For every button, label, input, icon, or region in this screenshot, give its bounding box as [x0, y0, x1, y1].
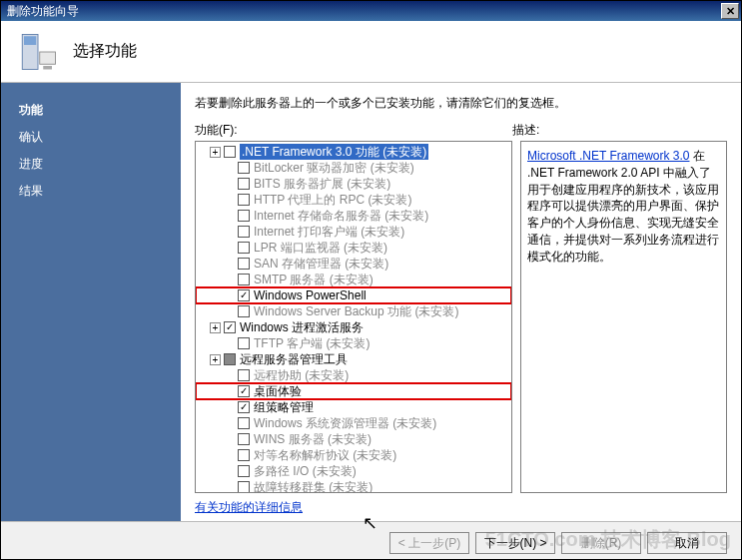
- tree-label: Windows Server Backup 功能 (未安装): [254, 303, 458, 319]
- button-bar: < 上一步(P) 下一步(N) > 删除(R) 取消: [1, 521, 741, 559]
- tree-label: BITS 服务器扩展 (未安装): [254, 176, 390, 192]
- tree-row[interactable]: Internet 打印客户端 (未安装): [196, 224, 511, 240]
- wizard-window: 删除功能向导 ✕ 选择功能 功能确认进度结果 若要删除此服务器上的一个或多个已安…: [0, 0, 742, 560]
- sidebar-step-2[interactable]: 进度: [1, 151, 181, 178]
- window-title: 删除功能向导: [7, 3, 721, 20]
- checkbox[interactable]: [238, 226, 250, 238]
- checkbox[interactable]: [238, 305, 250, 317]
- checkbox[interactable]: [224, 146, 236, 158]
- page-title: 选择功能: [73, 41, 137, 62]
- checkbox[interactable]: [238, 242, 250, 254]
- remove-button[interactable]: 删除(R): [561, 532, 641, 554]
- tree-label: TFTP 客户端 (未安装): [254, 335, 370, 351]
- tree-label: Internet 打印客户端 (未安装): [254, 224, 404, 240]
- main-pane: 若要删除此服务器上的一个或多个已安装功能，请清除它们的复选框。 功能(F): 描…: [181, 83, 741, 522]
- tree-row[interactable]: BITS 服务器扩展 (未安装): [196, 176, 511, 192]
- tree-row[interactable]: WINS 服务器 (未安装): [196, 431, 511, 447]
- tree-row[interactable]: SMTP 服务器 (未安装): [196, 272, 511, 287]
- description-label: 描述:: [512, 122, 539, 139]
- tree-label: WINS 服务器 (未安装): [254, 431, 371, 447]
- checkbox[interactable]: [238, 178, 250, 190]
- tree-label: BitLocker 驱动器加密 (未安装): [254, 160, 414, 176]
- checkbox[interactable]: [238, 194, 250, 206]
- instruction-text: 若要删除此服务器上的一个或多个已安装功能，请清除它们的复选框。: [195, 95, 727, 112]
- checkbox[interactable]: [238, 274, 250, 285]
- tree-label: 组策略管理: [254, 399, 314, 415]
- tree-label: 故障转移群集 (未安装): [254, 479, 372, 493]
- tree-row[interactable]: BitLocker 驱动器加密 (未安装): [196, 160, 511, 176]
- server-icon: [17, 31, 59, 73]
- body: 功能确认进度结果 若要删除此服务器上的一个或多个已安装功能，请清除它们的复选框。…: [1, 83, 741, 522]
- tree-label: 远程协助 (未安装): [254, 367, 349, 383]
- tree-row[interactable]: 对等名称解析协议 (未安装): [196, 447, 511, 463]
- svg-rect-1: [24, 36, 36, 45]
- expand-icon[interactable]: +: [210, 354, 221, 365]
- svg-rect-3: [43, 66, 52, 70]
- more-info-link[interactable]: 有关功能的详细信息: [195, 499, 727, 516]
- tree-label: HTTP 代理上的 RPC (未安装): [254, 192, 411, 208]
- tree-row[interactable]: 桌面体验: [196, 383, 511, 399]
- close-button[interactable]: ✕: [721, 3, 739, 19]
- tree-label: SMTP 服务器 (未安装): [254, 272, 373, 287]
- cancel-button[interactable]: 取消: [647, 532, 727, 554]
- tree-label: 远程服务器管理工具: [240, 351, 348, 367]
- description-text: 在 .NET Framework 2.0 API 中融入了用于创建应用程序的新技…: [527, 149, 719, 264]
- checkbox[interactable]: [224, 321, 236, 333]
- tree-label: SAN 存储管理器 (未安装): [254, 256, 388, 272]
- prev-button[interactable]: < 上一步(P): [389, 532, 469, 554]
- tree-row[interactable]: 组策略管理: [196, 399, 511, 415]
- expand-icon[interactable]: +: [210, 147, 221, 158]
- checkbox[interactable]: [238, 449, 250, 461]
- description-link[interactable]: Microsoft .NET Framework 3.0: [527, 149, 689, 163]
- tree-label: .NET Framework 3.0 功能 (未安装): [240, 144, 428, 160]
- tree-label: 多路径 I/O (未安装): [254, 463, 357, 479]
- checkbox[interactable]: [238, 369, 250, 381]
- tree-row[interactable]: 远程协助 (未安装): [196, 367, 511, 383]
- tree-row[interactable]: +.NET Framework 3.0 功能 (未安装): [196, 144, 511, 160]
- features-label: 功能(F):: [195, 122, 512, 139]
- titlebar: 删除功能向导 ✕: [1, 1, 741, 21]
- tree-row[interactable]: Windows PowerShell: [196, 287, 511, 303]
- tree-label: LPR 端口监视器 (未安装): [254, 240, 387, 256]
- tree-label: Windows PowerShell: [254, 287, 367, 303]
- expand-icon[interactable]: +: [210, 322, 221, 333]
- features-tree[interactable]: +.NET Framework 3.0 功能 (未安装)BitLocker 驱动…: [195, 141, 512, 493]
- description-pane: Microsoft .NET Framework 3.0 在 .NET Fram…: [520, 141, 727, 493]
- checkbox[interactable]: [238, 289, 250, 301]
- checkbox[interactable]: [238, 385, 250, 397]
- next-button[interactable]: 下一步(N) >: [475, 532, 555, 554]
- tree-label: Windows 进程激活服务: [240, 319, 364, 335]
- checkbox[interactable]: [238, 465, 250, 477]
- tree-row[interactable]: HTTP 代理上的 RPC (未安装): [196, 192, 511, 208]
- sidebar: 功能确认进度结果: [1, 83, 181, 522]
- tree-label: Internet 存储命名服务器 (未安装): [254, 208, 428, 224]
- tree-row[interactable]: Internet 存储命名服务器 (未安装): [196, 208, 511, 224]
- sidebar-step-3[interactable]: 结果: [1, 178, 181, 205]
- tree-label: 对等名称解析协议 (未安装): [254, 447, 396, 463]
- tree-row[interactable]: Windows 系统资源管理器 (未安装): [196, 415, 511, 431]
- checkbox[interactable]: [238, 417, 250, 429]
- checkbox[interactable]: [238, 433, 250, 445]
- checkbox[interactable]: [238, 258, 250, 270]
- checkbox[interactable]: [238, 337, 250, 349]
- checkbox[interactable]: [238, 401, 250, 413]
- tree-row[interactable]: TFTP 客户端 (未安装): [196, 335, 511, 351]
- checkbox[interactable]: [224, 353, 236, 365]
- checkbox[interactable]: [238, 481, 250, 493]
- sidebar-step-0[interactable]: 功能: [1, 97, 181, 124]
- svg-rect-2: [40, 52, 56, 64]
- tree-row[interactable]: +远程服务器管理工具: [196, 351, 511, 367]
- checkbox[interactable]: [238, 162, 250, 174]
- tree-row[interactable]: 故障转移群集 (未安装): [196, 479, 511, 493]
- tree-label: Windows 系统资源管理器 (未安装): [254, 415, 436, 431]
- sidebar-step-1[interactable]: 确认: [1, 124, 181, 151]
- tree-row[interactable]: +Windows 进程激活服务: [196, 319, 511, 335]
- tree-row[interactable]: Windows Server Backup 功能 (未安装): [196, 303, 511, 319]
- checkbox[interactable]: [238, 210, 250, 222]
- tree-row[interactable]: LPR 端口监视器 (未安装): [196, 240, 511, 256]
- tree-row[interactable]: 多路径 I/O (未安装): [196, 463, 511, 479]
- header: 选择功能: [1, 21, 741, 83]
- tree-row[interactable]: SAN 存储管理器 (未安装): [196, 256, 511, 272]
- tree-label: 桌面体验: [254, 383, 302, 399]
